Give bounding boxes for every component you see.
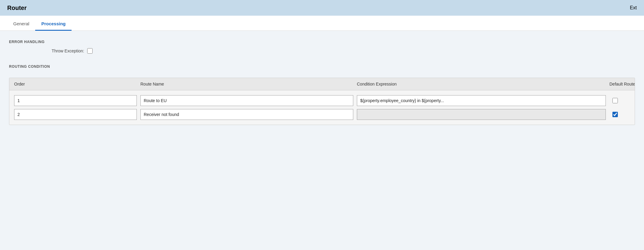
tab-general[interactable]: General <box>7 17 35 31</box>
cell-default-route-2 <box>609 112 635 117</box>
throw-exception-checkbox[interactable] <box>87 48 93 54</box>
condition-input-2[interactable] <box>357 109 606 120</box>
routing-table: Order Route Name Condition Expression De… <box>9 78 635 125</box>
header-title: Router <box>7 5 26 11</box>
throw-exception-row: Throw Exception: <box>9 48 635 54</box>
table-header-row: Order Route Name Condition Expression De… <box>9 78 635 90</box>
route-name-input-1[interactable] <box>140 95 353 106</box>
condition-input-1[interactable] <box>357 95 606 106</box>
table-row <box>14 109 630 120</box>
cell-route-name-2 <box>140 109 357 120</box>
error-handling-section: ERROR HANDLING Throw Exception: <box>9 40 635 54</box>
routing-condition-label: ROUTING CONDITION <box>9 64 635 69</box>
default-route-checkbox-1[interactable] <box>612 98 618 103</box>
table-body <box>9 90 635 125</box>
cell-condition-1 <box>357 95 609 106</box>
content: ERROR HANDLING Throw Exception: ROUTING … <box>0 31 644 250</box>
col-condition: Condition Expression <box>357 82 609 86</box>
tab-processing[interactable]: Processing <box>35 17 72 31</box>
col-route-name: Route Name <box>140 82 357 86</box>
table-row <box>14 95 630 106</box>
order-input-2[interactable] <box>14 109 137 120</box>
error-handling-label: ERROR HANDLING <box>9 40 635 44</box>
header: Router Ext <box>0 0 644 16</box>
col-order: Order <box>14 82 140 86</box>
default-route-checkbox-2[interactable] <box>612 112 618 117</box>
throw-exception-label: Throw Exception: <box>45 48 84 53</box>
routing-condition-section: ROUTING CONDITION Order Route Name Condi… <box>9 64 635 125</box>
cell-order-2 <box>14 109 140 120</box>
col-default-route: Default Route <box>609 82 635 86</box>
cell-order-1 <box>14 95 140 106</box>
route-name-input-2[interactable] <box>140 109 353 120</box>
cell-condition-2 <box>357 109 609 120</box>
tabs-bar: General Processing <box>0 16 644 31</box>
cell-default-route-1 <box>609 98 635 103</box>
cell-route-name-1 <box>140 95 357 106</box>
ext-button[interactable]: Ext <box>630 5 637 11</box>
order-input-1[interactable] <box>14 95 137 106</box>
